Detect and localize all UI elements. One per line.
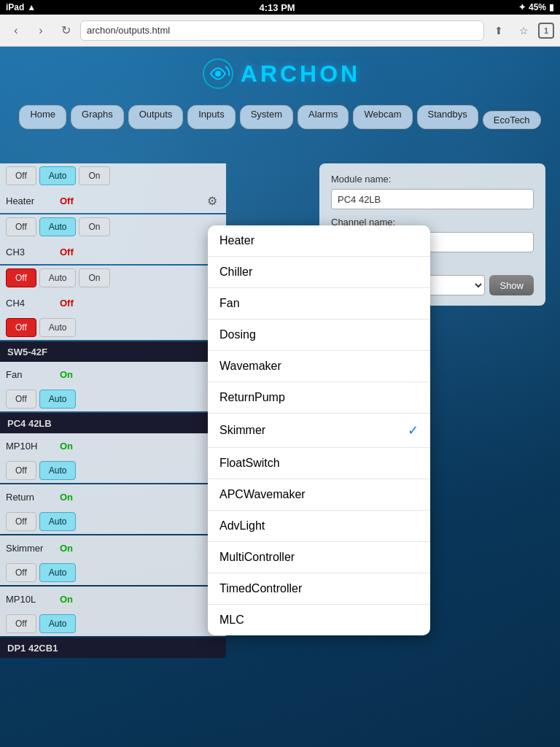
ch4-off2-btn[interactable]: Off bbox=[6, 318, 36, 337]
dropdown-label-apcwavemaker: APCWavemaker bbox=[219, 488, 306, 501]
nav-outputs[interactable]: Outputs bbox=[128, 105, 184, 129]
dropdown-item-heater[interactable]: Heater bbox=[208, 225, 430, 257]
return-controls: Off Auto bbox=[0, 509, 226, 534]
left-panel: Off Auto On Heater Off ⚙ Off Auto On CH3… bbox=[0, 163, 226, 658]
fan-off-btn[interactable]: Off bbox=[6, 390, 36, 409]
return-auto-btn[interactable]: Auto bbox=[39, 512, 77, 531]
dropdown-label-wavemaker: Wavemaker bbox=[219, 360, 281, 373]
mp10l-off-btn[interactable]: Off bbox=[6, 614, 36, 633]
nav-home[interactable]: Home bbox=[19, 105, 66, 129]
ch4-channel-row: CH4 Off ⚙ bbox=[0, 290, 226, 315]
mp10l-group: MP10L On Off Auto bbox=[0, 587, 226, 636]
show-button[interactable]: Show bbox=[489, 275, 534, 295]
dropdown-item-fan[interactable]: Fan bbox=[208, 288, 430, 320]
return-group: Return On Off Auto bbox=[0, 484, 226, 534]
dropdown-label-chiller: Chiller bbox=[219, 266, 252, 279]
mp10h-auto-btn[interactable]: Auto bbox=[39, 461, 77, 480]
main-content: ARCHON Home Graphs Outputs Inputs System… bbox=[0, 47, 560, 747]
ch4-controls: Off Auto On bbox=[0, 266, 226, 290]
ch3-off-btn[interactable]: Off bbox=[6, 217, 36, 236]
ch3-label: CH3 bbox=[6, 247, 57, 258]
back-button[interactable]: ‹ bbox=[6, 20, 26, 41]
dropdown-item-skimmer[interactable]: Skimmer ✓ bbox=[208, 414, 430, 448]
skimmer-channel-row: Skimmer On bbox=[0, 535, 226, 560]
bookmark-icon[interactable]: ☆ bbox=[513, 20, 534, 41]
nav-graphs[interactable]: Graphs bbox=[71, 105, 124, 129]
fan-auto-btn[interactable]: Auto bbox=[39, 390, 77, 409]
heater-auto-top-btn[interactable]: Auto bbox=[39, 166, 77, 185]
heater-on-top-btn[interactable]: On bbox=[79, 166, 109, 185]
nav-alarms[interactable]: Alarms bbox=[298, 105, 349, 129]
skimmer-controls: Off Auto bbox=[0, 560, 226, 585]
battery-icon: ▮ bbox=[549, 2, 554, 12]
dropdown-label-returnpump: ReturnPump bbox=[219, 391, 285, 404]
mp10l-controls: Off Auto bbox=[0, 611, 226, 636]
module-name-input[interactable] bbox=[331, 189, 534, 209]
url-input[interactable] bbox=[80, 20, 484, 41]
dropdown-label-advlight: AdvLight bbox=[219, 519, 265, 533]
mp10l-auto-btn[interactable]: Auto bbox=[39, 614, 77, 633]
reload-button[interactable]: ↻ bbox=[55, 20, 76, 41]
skimmer-group: Skimmer On Off Auto bbox=[0, 535, 226, 585]
dropdown-item-multicontroller[interactable]: MultiController bbox=[208, 542, 430, 573]
return-channel-row: Return On bbox=[0, 484, 226, 509]
fan-controls: Off Auto bbox=[0, 387, 226, 411]
dropdown-item-advlight[interactable]: AdvLight bbox=[208, 511, 430, 542]
nav-ecotech[interactable]: EcoTech bbox=[483, 111, 541, 129]
ch4-on-btn[interactable]: On bbox=[79, 268, 109, 287]
dropdown-item-chiller[interactable]: Chiller bbox=[208, 257, 430, 288]
dropdown-label-fan: Fan bbox=[219, 297, 240, 310]
fan-status: On bbox=[60, 369, 104, 380]
skimmer-status: On bbox=[60, 543, 104, 554]
ch4-auto-btn[interactable]: Auto bbox=[39, 268, 77, 287]
heater-top-controls: Off Auto On bbox=[0, 163, 226, 188]
ch3-auto-btn[interactable]: Auto bbox=[39, 217, 77, 236]
function-dropdown: Heater Chiller Fan Dosing Wavemaker Retu… bbox=[208, 225, 430, 635]
ch3-on-btn[interactable]: On bbox=[79, 217, 109, 236]
return-label: Return bbox=[6, 492, 57, 503]
ch3-controls: Off Auto On bbox=[0, 214, 226, 239]
ch3-channel-row: CH3 Off ⚙ bbox=[0, 239, 226, 264]
dropdown-item-wavemaker[interactable]: Wavemaker bbox=[208, 351, 430, 382]
dropdown-item-timedcontroller[interactable]: TimedController bbox=[208, 573, 430, 605]
ch4-extra-controls: Off Auto bbox=[0, 315, 226, 340]
battery-level: 45% bbox=[529, 2, 546, 12]
fan-group: Fan On Off Auto bbox=[0, 362, 226, 411]
dropdown-item-floatswitch[interactable]: FloatSwitch bbox=[208, 448, 430, 479]
app-title: ARCHON bbox=[241, 61, 360, 88]
ch4-group: Off Auto On CH4 Off ⚙ Off Auto bbox=[0, 266, 226, 340]
dropdown-item-dosing[interactable]: Dosing bbox=[208, 320, 430, 351]
skimmer-off-btn[interactable]: Off bbox=[6, 563, 36, 582]
nav-standbys[interactable]: Standbys bbox=[417, 105, 478, 129]
dropdown-label-multicontroller: MultiController bbox=[219, 551, 295, 564]
forward-button[interactable]: › bbox=[31, 20, 51, 41]
return-status: On bbox=[60, 492, 104, 503]
logo-area: ARCHON bbox=[0, 47, 560, 101]
mp10h-off-btn[interactable]: Off bbox=[6, 461, 36, 480]
mp10l-label: MP10L bbox=[6, 594, 57, 605]
browser-bar: ‹ › ↻ ⬆ ☆ 1 bbox=[0, 15, 560, 47]
share-icon[interactable]: ⬆ bbox=[489, 20, 509, 41]
nav-system[interactable]: System bbox=[240, 105, 293, 129]
nav-webcam[interactable]: Webcam bbox=[353, 105, 412, 129]
nav-inputs[interactable]: Inputs bbox=[187, 105, 235, 129]
dropdown-item-returnpump[interactable]: ReturnPump bbox=[208, 382, 430, 414]
skimmer-auto-btn[interactable]: Auto bbox=[39, 563, 77, 582]
fan-label: Fan bbox=[6, 369, 57, 380]
nav-bar: Home Graphs Outputs Inputs System Alarms… bbox=[0, 101, 560, 133]
dropdown-item-apcwavemaker[interactable]: APCWavemaker bbox=[208, 479, 430, 511]
ch3-status: Off bbox=[60, 247, 104, 258]
dropdown-item-mlc[interactable]: MLC bbox=[208, 605, 430, 635]
fan-channel-row: Fan On bbox=[0, 362, 226, 387]
heater-gear-btn[interactable]: ⚙ bbox=[204, 193, 220, 209]
return-off-btn[interactable]: Off bbox=[6, 512, 36, 531]
skimmer-label: Skimmer bbox=[6, 543, 57, 554]
heater-off-top-btn[interactable]: Off bbox=[6, 166, 36, 185]
dropdown-label-dosing: Dosing bbox=[219, 328, 256, 341]
ch4-auto2-btn[interactable]: Auto bbox=[39, 318, 77, 337]
mp10h-channel-row: MP10H On bbox=[0, 433, 226, 458]
mp10h-group: MP10H On Off Auto bbox=[0, 433, 226, 483]
time-display: 4:13 PM bbox=[260, 2, 295, 13]
ch4-off-btn[interactable]: Off bbox=[6, 268, 36, 287]
tab-badge[interactable]: 1 bbox=[538, 23, 554, 39]
